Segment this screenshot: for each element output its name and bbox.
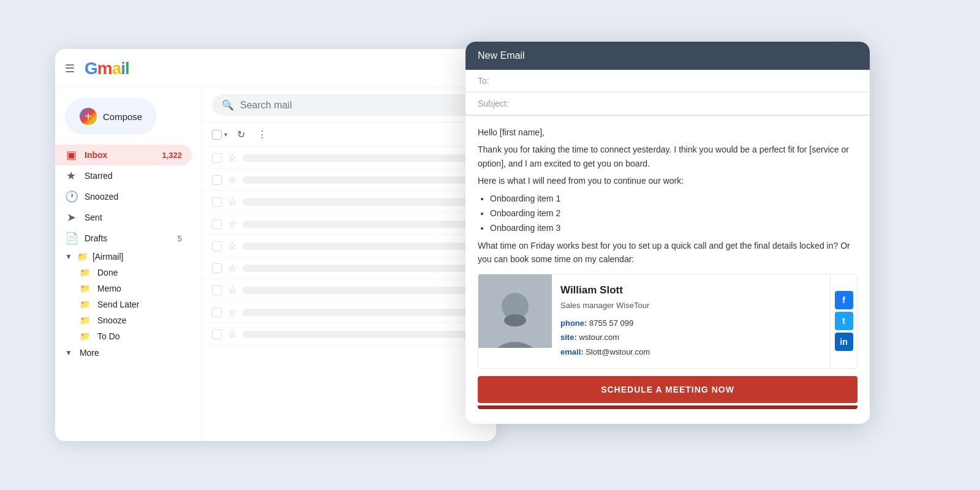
- sidebar-item-starred[interactable]: ★ Starred: [55, 165, 192, 186]
- compose-plus-icon: +: [80, 108, 97, 125]
- email-checkbox[interactable]: [212, 307, 222, 317]
- sent-label: Sent: [85, 213, 182, 222]
- email-preview-bar: [243, 221, 486, 228]
- schedule-meeting-button[interactable]: SCHEDULE A MEETING NOW: [478, 376, 858, 403]
- inbox-icon: ▣: [65, 148, 77, 162]
- drafts-label: Drafts: [85, 233, 170, 243]
- more-options-button[interactable]: ⋮: [255, 126, 270, 143]
- star-icon: ★: [65, 169, 77, 183]
- sidebar-item-snooze[interactable]: 📁 Snooze: [70, 312, 192, 328]
- select-dropdown-icon[interactable]: ▾: [224, 131, 227, 138]
- gmail-body: + Compose ▣ Inbox 1,322 ★ Starred 🕐 Snoo…: [55, 88, 496, 441]
- send-icon: ➤: [65, 211, 77, 224]
- sig-site: site: wstour.com: [560, 331, 821, 344]
- sidebar-item-more[interactable]: ▼ More: [55, 344, 192, 361]
- sidebar-item-todo[interactable]: 📁 To Do: [70, 328, 192, 344]
- compose-body[interactable]: Hello [first name], Thank you for taking…: [466, 116, 870, 424]
- star-icon[interactable]: ☆: [228, 240, 236, 252]
- signature-photo: [478, 274, 552, 348]
- inbox-badge: 1,322: [162, 151, 182, 160]
- sidebar-item-inbox[interactable]: ▣ Inbox 1,322: [55, 145, 192, 165]
- table-row[interactable]: ☆: [202, 323, 496, 345]
- table-row[interactable]: ☆: [202, 235, 496, 257]
- email-preview-bar: [243, 176, 486, 184]
- sidebar-item-drafts[interactable]: 📄 Drafts 5: [55, 228, 192, 249]
- table-row[interactable]: ☆: [202, 191, 496, 213]
- facebook-button[interactable]: f: [835, 291, 853, 309]
- star-icon[interactable]: ☆: [228, 284, 236, 296]
- subfolder-icon-todo: 📁: [80, 331, 90, 341]
- table-row[interactable]: ☆: [202, 301, 496, 323]
- onboarding-list: Onboarding item 1 Onboarding item 2 Onbo…: [478, 192, 858, 235]
- star-icon[interactable]: ☆: [228, 218, 236, 230]
- subject-field: Subject:: [466, 92, 870, 115]
- to-input[interactable]: [514, 76, 858, 86]
- to-label: To:: [478, 76, 514, 86]
- star-icon[interactable]: ☆: [228, 328, 236, 340]
- table-row[interactable]: ☆: [202, 147, 496, 169]
- email-preview-bar: [243, 154, 486, 162]
- select-all-checkbox[interactable]: [212, 130, 222, 140]
- sidebar-item-memo[interactable]: 📁 Memo: [70, 281, 192, 296]
- email-checkbox[interactable]: [212, 330, 222, 339]
- signature-info: William Slott Sales manager WiseTour pho…: [552, 274, 830, 368]
- search-container: 🔍: [202, 88, 496, 123]
- gmail-logo: Gmail: [85, 59, 129, 78]
- list-item: Onboarding item 1: [490, 192, 858, 205]
- list-item: Onboarding item 2: [490, 206, 858, 220]
- email-preview-bar: [243, 198, 486, 206]
- phone-label: phone:: [560, 318, 587, 328]
- email-preview-bar: [243, 287, 486, 294]
- star-icon[interactable]: ☆: [228, 306, 236, 318]
- search-bar[interactable]: 🔍: [212, 94, 486, 116]
- body-line1: Thank you for taking the time to connect…: [478, 143, 858, 170]
- svg-point-3: [504, 314, 526, 326]
- subfolder-icon-send-later: 📁: [80, 300, 90, 309]
- search-input[interactable]: [240, 100, 477, 111]
- email-value: Slott@wstour.com: [586, 347, 650, 356]
- airmail-label: [Airmail]: [92, 252, 124, 262]
- sidebar-item-sent[interactable]: ➤ Sent: [55, 207, 192, 228]
- linkedin-button[interactable]: in: [835, 333, 853, 351]
- email-checkbox[interactable]: [212, 197, 222, 207]
- sidebar-item-done[interactable]: 📁 Done: [70, 265, 192, 281]
- table-row[interactable]: ☆: [202, 169, 496, 191]
- sidebar-item-send-later[interactable]: 📁 Send Later: [70, 296, 192, 312]
- sidebar-item-airmail[interactable]: ▼ 📁 [Airmail]: [55, 249, 192, 265]
- more-label: More: [80, 348, 182, 358]
- site-label: site:: [560, 333, 577, 342]
- subject-input[interactable]: [514, 99, 858, 108]
- body-greeting: Hello [first name],: [478, 126, 858, 139]
- email-checkbox[interactable]: [212, 153, 222, 163]
- email-checkbox[interactable]: [212, 241, 222, 251]
- email-checkbox[interactable]: [212, 285, 222, 295]
- list-item: Onboarding item 3: [490, 221, 858, 235]
- sidebar-item-snoozed[interactable]: 🕐 Snoozed: [55, 186, 192, 207]
- gmail-window: ☰ Gmail + Compose ▣ Inbox 1,322 ★ Starre…: [55, 49, 496, 441]
- star-icon[interactable]: ☆: [228, 174, 236, 186]
- sig-email: email: Slott@wstour.com: [560, 346, 821, 359]
- table-row[interactable]: ☆: [202, 279, 496, 301]
- gmail-main: 🔍 ▾ ↻ ⋮ ☆: [202, 88, 496, 441]
- email-checkbox[interactable]: [212, 175, 222, 185]
- compose-button[interactable]: + Compose: [65, 98, 157, 135]
- site-value: wstour.com: [579, 333, 619, 342]
- table-row[interactable]: ☆: [202, 257, 496, 279]
- star-icon[interactable]: ☆: [228, 262, 236, 274]
- star-icon[interactable]: ☆: [228, 196, 236, 208]
- to-field: To:: [466, 70, 870, 92]
- twitter-button[interactable]: t: [835, 312, 853, 330]
- toolbar-row: ▾ ↻ ⋮: [202, 123, 496, 147]
- star-icon[interactable]: ☆: [228, 152, 236, 164]
- chevron-down-icon-more: ▼: [65, 349, 72, 357]
- done-label: Done: [97, 268, 118, 277]
- gmail-m-logo: Gmail: [85, 59, 129, 78]
- subject-label: Subject:: [478, 99, 514, 108]
- email-preview-bar: [243, 243, 486, 250]
- menu-icon[interactable]: ☰: [65, 62, 75, 75]
- gmail-header: ☰ Gmail: [55, 49, 496, 88]
- email-checkbox[interactable]: [212, 263, 222, 273]
- table-row[interactable]: ☆: [202, 213, 496, 235]
- refresh-button[interactable]: ↻: [235, 126, 247, 143]
- email-checkbox[interactable]: [212, 219, 222, 229]
